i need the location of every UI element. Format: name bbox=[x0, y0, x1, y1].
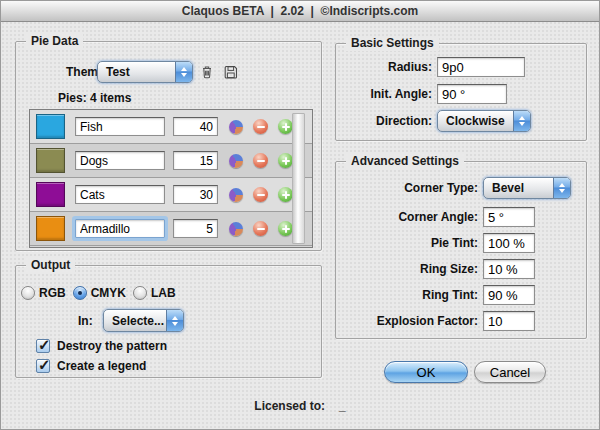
corner-angle-row: Corner Angle: bbox=[336, 207, 586, 227]
pie-row-fish bbox=[30, 110, 312, 144]
pie-value-input[interactable] bbox=[173, 151, 218, 170]
in-label: In: bbox=[78, 314, 93, 328]
ring-tint-label: Ring Tint: bbox=[336, 288, 478, 302]
licensed-value: _ bbox=[339, 399, 346, 413]
init-angle-label: Init. Angle: bbox=[336, 87, 432, 101]
create-legend-row: Create a legend bbox=[36, 359, 146, 373]
pie-list bbox=[29, 109, 313, 248]
output-legend: Output bbox=[26, 258, 75, 273]
color-swatch[interactable] bbox=[36, 182, 65, 207]
color-swatch[interactable] bbox=[36, 216, 65, 241]
pie-row-cats bbox=[30, 178, 312, 212]
dialog-window: Claquos BETA | 2.02 | ©Indiscripts.com P… bbox=[0, 0, 600, 430]
direction-select[interactable]: Clockwise bbox=[437, 110, 531, 132]
pie-data-group: Pie Data Theme: Test Pies: bbox=[15, 41, 322, 251]
popup-arrows-icon bbox=[513, 111, 530, 131]
window-title: Claquos BETA | 2.02 | ©Indiscripts.com bbox=[182, 4, 418, 18]
explosion-factor-input[interactable] bbox=[483, 311, 535, 331]
destroy-pattern-label: Destroy the pattern bbox=[57, 339, 167, 353]
radio-rgb-label: RGB bbox=[39, 286, 66, 300]
color-swatch[interactable] bbox=[36, 148, 65, 173]
add-row-icon[interactable] bbox=[278, 187, 293, 202]
in-row: In: Selecte... bbox=[16, 309, 321, 332]
popup-arrows-icon bbox=[175, 62, 192, 82]
remove-row-icon[interactable] bbox=[253, 221, 268, 236]
colorspace-radio-group: RGB CMYK LAB bbox=[21, 286, 183, 300]
delete-theme-button[interactable] bbox=[198, 63, 216, 81]
advanced-settings-group: Advanced Settings Corner Type: Bevel Cor… bbox=[335, 161, 587, 339]
pies-count-line: Pies: 4 items bbox=[58, 91, 131, 105]
corner-type-row: Corner Type: Bevel bbox=[336, 177, 586, 199]
theme-select[interactable]: Test bbox=[97, 61, 193, 83]
pie-name-input[interactable] bbox=[75, 151, 165, 170]
licensed-line: Licensed to:_ bbox=[1, 399, 599, 413]
create-legend-label: Create a legend bbox=[57, 359, 146, 373]
pie-row-armadillo bbox=[30, 212, 312, 246]
ring-tint-row: Ring Tint: bbox=[336, 285, 586, 305]
in-select[interactable]: Selecte... bbox=[103, 309, 184, 332]
radio-cmyk[interactable] bbox=[73, 286, 87, 300]
basic-settings-group: Basic Settings Radius: Init. Angle: Dire… bbox=[335, 43, 587, 141]
direction-label: Direction: bbox=[336, 114, 432, 128]
corner-angle-label: Corner Angle: bbox=[336, 210, 478, 224]
ok-button[interactable]: OK bbox=[384, 361, 468, 383]
create-legend-checkbox[interactable] bbox=[36, 359, 50, 373]
pie-name-input[interactable] bbox=[75, 219, 165, 238]
ok-button-label: OK bbox=[417, 365, 436, 380]
ring-size-input[interactable] bbox=[483, 259, 535, 279]
save-theme-button[interactable] bbox=[222, 63, 240, 81]
title-bar: Claquos BETA | 2.02 | ©Indiscripts.com bbox=[1, 1, 599, 22]
ring-tint-input[interactable] bbox=[483, 285, 535, 305]
pie-data-legend: Pie Data bbox=[26, 34, 83, 49]
ring-size-label: Ring Size: bbox=[336, 262, 478, 276]
radius-label: Radius: bbox=[336, 60, 432, 74]
pie-tint-label: Pie Tint: bbox=[336, 236, 478, 250]
corner-type-select[interactable]: Bevel bbox=[483, 177, 571, 199]
in-select-value: Selecte... bbox=[104, 310, 166, 331]
pie-tint-row: Pie Tint: bbox=[336, 233, 586, 253]
pie-chart-icon[interactable] bbox=[229, 120, 243, 134]
pie-row-dogs bbox=[30, 144, 312, 178]
pie-chart-icon[interactable] bbox=[229, 188, 243, 202]
popup-arrows-icon bbox=[553, 178, 570, 198]
theme-select-value: Test bbox=[98, 62, 175, 82]
pies-count: 4 items bbox=[90, 91, 131, 105]
pie-tint-input[interactable] bbox=[483, 233, 535, 253]
radio-lab[interactable] bbox=[133, 286, 147, 300]
corner-angle-input[interactable] bbox=[483, 207, 535, 227]
init-angle-input[interactable] bbox=[437, 84, 507, 104]
radio-cmyk-label: CMYK bbox=[91, 286, 126, 300]
destroy-pattern-row: Destroy the pattern bbox=[36, 339, 167, 353]
pie-name-input[interactable] bbox=[75, 185, 165, 204]
explosion-factor-row: Explosion Factor: bbox=[336, 311, 586, 331]
color-swatch[interactable] bbox=[36, 114, 65, 139]
add-row-icon[interactable] bbox=[278, 221, 293, 236]
pie-value-input[interactable] bbox=[173, 219, 218, 238]
explosion-factor-label: Explosion Factor: bbox=[336, 314, 478, 328]
remove-row-icon[interactable] bbox=[253, 187, 268, 202]
direction-row: Direction: Clockwise bbox=[336, 110, 586, 132]
add-row-icon[interactable] bbox=[278, 153, 293, 168]
cancel-button[interactable]: Cancel bbox=[474, 361, 546, 383]
init-angle-row: Init. Angle: bbox=[336, 84, 586, 104]
pie-value-input[interactable] bbox=[173, 117, 218, 136]
basic-settings-legend: Basic Settings bbox=[346, 36, 439, 51]
radio-rgb[interactable] bbox=[21, 286, 35, 300]
destroy-pattern-checkbox[interactable] bbox=[36, 339, 50, 353]
trash-icon bbox=[199, 64, 215, 80]
list-scrollbar[interactable] bbox=[292, 113, 305, 244]
radio-lab-label: LAB bbox=[151, 286, 176, 300]
remove-row-icon[interactable] bbox=[253, 153, 268, 168]
radius-input[interactable] bbox=[437, 57, 525, 77]
ring-size-row: Ring Size: bbox=[336, 259, 586, 279]
radius-row: Radius: bbox=[336, 57, 586, 77]
pie-value-input[interactable] bbox=[173, 185, 218, 204]
pie-chart-icon[interactable] bbox=[229, 154, 243, 168]
advanced-settings-legend: Advanced Settings bbox=[346, 154, 464, 169]
pie-chart-icon[interactable] bbox=[229, 222, 243, 236]
corner-type-select-value: Bevel bbox=[484, 178, 553, 198]
add-row-icon[interactable] bbox=[278, 119, 293, 134]
direction-select-value: Clockwise bbox=[438, 111, 513, 131]
pie-name-input[interactable] bbox=[75, 117, 165, 136]
remove-row-icon[interactable] bbox=[253, 119, 268, 134]
